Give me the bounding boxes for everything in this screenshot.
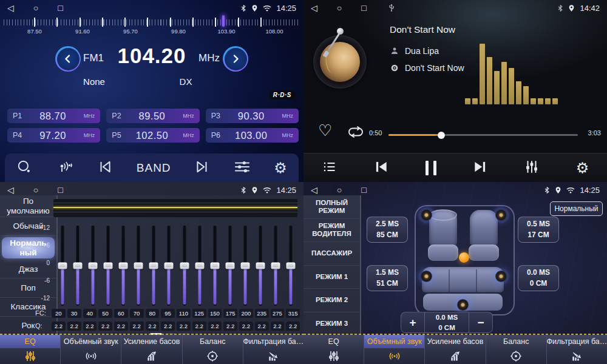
rear-left-delay[interactable]: 1.5 MS 51 CM — [367, 265, 408, 291]
mode-driver[interactable]: РЕЖИМ ВОДИТЕЛЯ — [304, 219, 360, 243]
next-track-icon[interactable] — [472, 159, 488, 177]
front-left-delay[interactable]: 2.5 MS 85 CM — [367, 217, 408, 243]
increase-delay-button[interactable]: + — [401, 312, 424, 332]
eq-band-slider[interactable] — [238, 226, 253, 306]
slider-handle[interactable] — [103, 263, 112, 269]
progress-knob[interactable] — [438, 132, 445, 139]
eq-band-slider[interactable] — [268, 226, 283, 306]
slider-handle[interactable] — [134, 263, 143, 269]
tab-surround[interactable]: Объёмный звук — [60, 335, 121, 364]
previous-station-icon[interactable] — [97, 159, 113, 177]
eq-settings-icon[interactable] — [234, 159, 251, 177]
previous-track-icon[interactable] — [373, 159, 389, 177]
back-icon[interactable]: ◁ — [311, 4, 317, 12]
eq-band-slider[interactable] — [146, 226, 161, 306]
slider-handle[interactable] — [164, 263, 174, 269]
eq-band-slider[interactable] — [55, 226, 70, 306]
back-icon[interactable]: ◁ — [311, 186, 317, 194]
fc-value-box[interactable]: 60 — [114, 309, 128, 318]
q-value-box[interactable]: 2.2 — [98, 322, 112, 331]
preset-p2[interactable]: P289.50MHz — [106, 109, 199, 123]
eq-band-slider[interactable] — [283, 226, 299, 306]
settings-gear-icon[interactable]: ⚙ — [576, 161, 589, 175]
decrease-delay-button[interactable]: − — [469, 312, 492, 332]
eq-band-slider[interactable] — [161, 226, 177, 306]
q-value-box[interactable]: 2.2 — [52, 322, 66, 331]
eq-band-slider[interactable] — [192, 226, 207, 306]
q-value-box[interactable]: 2.2 — [114, 322, 128, 331]
slider-handle[interactable] — [271, 263, 280, 269]
fc-value-box[interactable]: 315 — [286, 309, 300, 318]
eq-band-slider[interactable] — [70, 226, 85, 306]
home-icon[interactable]: ○ — [33, 186, 38, 194]
tab-surround[interactable]: Объёмный звук — [364, 335, 424, 364]
q-value-box[interactable]: 2.2 — [130, 322, 144, 331]
broadcast-icon[interactable] — [56, 160, 74, 177]
mode-3[interactable]: РЕЖИМ 3 — [304, 312, 360, 335]
slider-handle[interactable] — [225, 263, 234, 269]
preset-p1[interactable]: P188.70MHz — [7, 109, 100, 123]
eq-band-slider[interactable] — [116, 226, 131, 306]
fc-value-box[interactable]: 95 — [161, 309, 175, 318]
fc-value-box[interactable]: 200 — [239, 309, 253, 318]
eq-band-slider[interactable] — [177, 226, 192, 306]
slider-handle[interactable] — [58, 263, 67, 269]
q-value-box[interactable]: 2.2 — [192, 322, 206, 331]
q-value-box[interactable]: 2.2 — [161, 322, 175, 331]
slider-handle[interactable] — [256, 263, 265, 269]
q-value-box[interactable]: 2.2 — [83, 322, 97, 331]
fc-value-box[interactable]: 150 — [208, 309, 222, 318]
back-icon[interactable]: ◁ — [7, 186, 14, 194]
favorite-icon[interactable]: ♡ — [318, 123, 332, 138]
eq-band-slider[interactable] — [85, 226, 100, 306]
progress-bar[interactable] — [388, 134, 578, 136]
eq-band-slider[interactable] — [222, 226, 237, 306]
slider-handle[interactable] — [149, 263, 158, 269]
fc-value-box[interactable]: 275 — [271, 309, 285, 318]
slider-handle[interactable] — [195, 263, 204, 269]
q-value-box[interactable]: 2.2 — [223, 322, 237, 331]
slider-handle[interactable] — [73, 263, 82, 269]
fc-value-box[interactable]: 50 — [98, 309, 112, 318]
rear-right-delay[interactable]: 0.0 MS 0 CM — [518, 265, 559, 291]
preset-p6[interactable]: P6103.00MHz — [206, 128, 299, 143]
mode-passenger[interactable]: ПАССАЖИР — [304, 242, 360, 266]
home-icon[interactable]: ○ — [337, 4, 342, 12]
fc-value-box[interactable]: 40 — [83, 309, 97, 318]
home-icon[interactable]: ○ — [337, 186, 342, 194]
back-icon[interactable]: ◁ — [7, 4, 14, 12]
slider-handle[interactable] — [119, 263, 128, 269]
slider-handle[interactable] — [180, 263, 189, 269]
scan-icon[interactable] — [16, 159, 32, 177]
q-value-box[interactable]: 2.2 — [177, 322, 191, 331]
fc-value-box[interactable]: 20 — [52, 309, 66, 318]
q-value-box[interactable]: 2.2 — [146, 322, 160, 331]
tab-filter[interactable]: Фильтрация ба… — [243, 335, 304, 364]
slider-handle[interactable] — [287, 263, 296, 269]
eq-band-slider[interactable] — [253, 226, 268, 306]
eq-preset-default[interactable]: По умолчанию — [0, 195, 56, 217]
pause-icon[interactable] — [426, 161, 436, 175]
q-value-box[interactable]: 2.2 — [208, 322, 222, 331]
slider-handle[interactable] — [241, 263, 250, 269]
fc-value-box[interactable]: 125 — [192, 309, 206, 318]
tab-eq[interactable]: EQ — [0, 335, 60, 364]
slider-handle[interactable] — [88, 263, 97, 269]
preset-p3[interactable]: P390.30MHz — [206, 109, 299, 123]
recents-icon[interactable]: □ — [58, 186, 63, 194]
recents-icon[interactable]: □ — [361, 186, 366, 194]
settings-gear-icon[interactable]: ⚙ — [274, 161, 287, 175]
q-value-box[interactable]: 2.2 — [255, 322, 269, 331]
q-value-box[interactable]: 2.2 — [286, 322, 300, 331]
tab-balance[interactable]: Баланс — [182, 335, 243, 364]
q-value-box[interactable]: 2.2 — [239, 322, 253, 331]
recents-icon[interactable]: □ — [58, 4, 63, 12]
eq-band-slider[interactable] — [207, 226, 222, 306]
fc-value-box[interactable]: 30 — [67, 309, 81, 318]
mode-2[interactable]: РЕЖИМ 2 — [304, 289, 360, 312]
tab-filter[interactable]: Фильтрация ба… — [546, 335, 607, 364]
slider-handle[interactable] — [210, 263, 219, 269]
frequency-scale[interactable]: 87.5091.6095.7099.80103.90108.00 — [0, 17, 304, 36]
listening-position-marker[interactable] — [459, 252, 469, 263]
sound-profile-badge[interactable]: Нормальный — [550, 201, 603, 216]
